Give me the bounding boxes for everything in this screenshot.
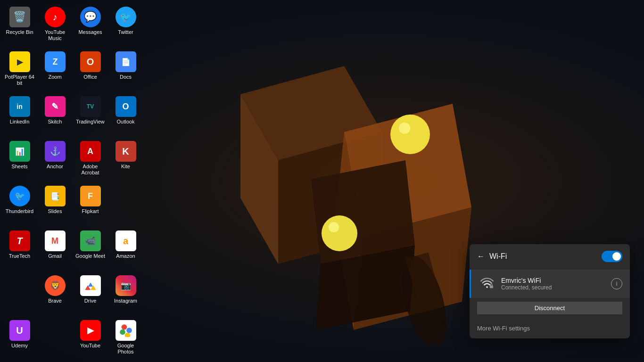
icon-thunderbird[interactable]: 🐦 Thunderbird [2,183,37,225]
icon-label-potplayer: PotPlayer 64 bit [3,74,36,86]
icon-slides[interactable]: 📑 Slides [37,183,73,225]
icon-drive[interactable]: Drive [73,272,108,315]
network-info-icon[interactable]: i [611,278,622,289]
icon-label-truetech: TrueTech [9,253,30,259]
desktop-wallpaper-art [179,38,486,344]
icon-messages[interactable]: 💬 Messages [73,4,108,46]
wifi-network-item[interactable]: Emvric's WiFi Connected, secured i [470,270,630,298]
icon-label-thunderbird: Thunderbird [6,208,33,214]
icon-label-sheets: Sheets [11,164,27,170]
icon-label-instagram: Instagram [114,298,137,304]
icon-sheets[interactable]: 📊 Sheets [2,138,37,181]
icon-google-photos[interactable]: Google Photos [108,317,143,360]
icon-google-meet[interactable]: 📹 Google Meet [73,228,108,270]
icon-recycle-bin[interactable]: 🗑️ Recycle Bin [2,4,37,46]
icon-tradingview[interactable]: TV TradingView [73,93,108,136]
network-name: Emvric's WiFi [501,277,605,284]
icon-adobe-acrobat[interactable]: A Adobe Acrobat [73,138,108,181]
icon-label-drive: Drive [84,298,97,304]
icon-label-skitch: Skitch [48,119,62,125]
icon-anchor[interactable]: ⚓ Anchor [37,138,73,181]
icon-label-google-meet: Google Meet [75,253,105,259]
network-status: Connected, secured [501,284,605,291]
icon-skitch[interactable]: ✎ Skitch [37,93,73,136]
network-info: Emvric's WiFi Connected, secured [501,277,605,291]
icon-label-brave: Brave [48,298,62,304]
svg-point-17 [124,333,130,337]
icon-label-tradingview: TradingView [76,119,105,125]
svg-point-13 [329,222,339,232]
icon-label-udemy: Udemy [11,343,28,349]
icon-label-messages: Messages [78,29,102,35]
icon-outlook[interactable]: O Outlook [108,93,143,136]
svg-point-10 [390,115,430,154]
icon-label-zoom: Zoom [48,74,61,80]
icon-label-youtube-music: YouTube Music [39,29,72,41]
icon-label-office: Office [83,74,97,80]
wifi-panel-header: ← Wi-Fi [470,244,630,268]
icon-label-recycle-bin: Recycle Bin [6,29,33,35]
svg-point-11 [322,215,357,251]
icon-label-gmail: Gmail [48,253,62,259]
more-wifi-settings-link[interactable]: More Wi-Fi settings [470,320,630,338]
icon-label-amazon: Amazon [116,253,135,259]
desktop-icons-grid: 🗑️ Recycle Bin ♪ YouTube Music 💬 Message… [0,0,143,362]
icon-docs[interactable]: 📄 Docs [108,49,143,91]
icon-brave[interactable]: 🦁 Brave [37,272,73,315]
icon-label-docs: Docs [120,74,132,80]
icon-label-anchor: Anchor [47,164,63,170]
icon-amazon[interactable]: a Amazon [108,228,143,270]
icon-label-adobe-acrobat: Adobe Acrobat [74,164,107,176]
disconnect-button[interactable]: Disconnect [477,302,622,314]
svg-rect-20 [490,286,493,288]
icon-potplayer[interactable]: ▶ PotPlayer 64 bit [2,49,37,91]
wifi-panel-title: Wi-Fi [489,252,507,261]
wifi-toggle[interactable] [602,251,622,262]
svg-point-12 [399,123,410,134]
icon-office[interactable]: O Office [73,49,108,91]
icon-label-twitter: Twitter [118,29,133,35]
icon-zoom[interactable]: Z Zoom [37,49,73,91]
wifi-signal-icon [479,275,495,292]
icon-truetech[interactable]: T TrueTech [2,228,37,270]
icon-twitter[interactable]: 🐦 Twitter [108,4,143,46]
icon-youtube[interactable]: ▶ YouTube [73,317,108,360]
icon-youtube-music[interactable]: ♪ YouTube Music [37,4,73,46]
svg-point-19 [486,286,488,288]
icon-gmail[interactable]: M Gmail [37,228,73,270]
svg-point-15 [121,324,127,330]
icon-label-slides: Slides [48,208,62,214]
icon-label-flipkart: Flipkart [82,208,99,214]
icon-linkedin[interactable]: in LinkedIn [2,93,37,136]
icon-label-outlook: Outlook [117,119,135,125]
wifi-back-button[interactable]: ← [477,252,485,261]
icon-flipkart[interactable]: F Flipkart [73,183,108,225]
icon-label-kite: Kite [121,164,130,170]
svg-point-18 [120,329,125,335]
icon-udemy[interactable]: U Udemy [2,317,37,360]
icon-label-google-photos: Google Photos [109,343,142,355]
icon-kite[interactable]: K Kite [108,138,143,181]
svg-point-16 [126,328,132,333]
icon-label-linkedin: LinkedIn [10,119,30,125]
wifi-panel: ← Wi-Fi Emvric's WiFi Connected, secured… [470,244,630,338]
icon-label-youtube: YouTube [80,343,100,349]
icon-instagram[interactable]: 📷 Instagram [108,272,143,315]
